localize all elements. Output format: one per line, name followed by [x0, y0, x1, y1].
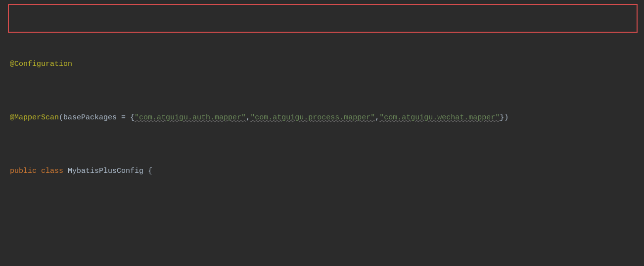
code-text: (basePackages = {: [59, 113, 135, 122]
code-line: public class MybatisPlusConfig {: [10, 164, 644, 178]
code-line: [10, 218, 644, 231]
brace: {: [143, 167, 152, 175]
code-editor[interactable]: @Configuration @MapperScan(basePackages …: [0, 0, 644, 266]
highlight-rectangle: [8, 4, 638, 33]
keyword: public: [10, 167, 37, 175]
code-text: }): [500, 113, 508, 122]
code-line: @Configuration: [10, 57, 644, 71]
string-literal: "com.atguigu.auth.mapper": [135, 113, 246, 122]
code-line: @MapperScan(basePackages = {"com.atguigu…: [10, 111, 644, 124]
code-text: ,: [246, 113, 250, 122]
annotation-text: @Configuration: [10, 60, 72, 68]
string-literal: "com.atguigu.wechat.mapper": [379, 113, 500, 122]
code-text: ,: [375, 113, 379, 122]
keyword: class: [37, 167, 68, 175]
string-literal: "com.atguigu.process.mapper": [250, 113, 375, 122]
annotation-text: @MapperScan: [10, 113, 59, 122]
class-name: MybatisPlusConfig: [68, 167, 143, 175]
